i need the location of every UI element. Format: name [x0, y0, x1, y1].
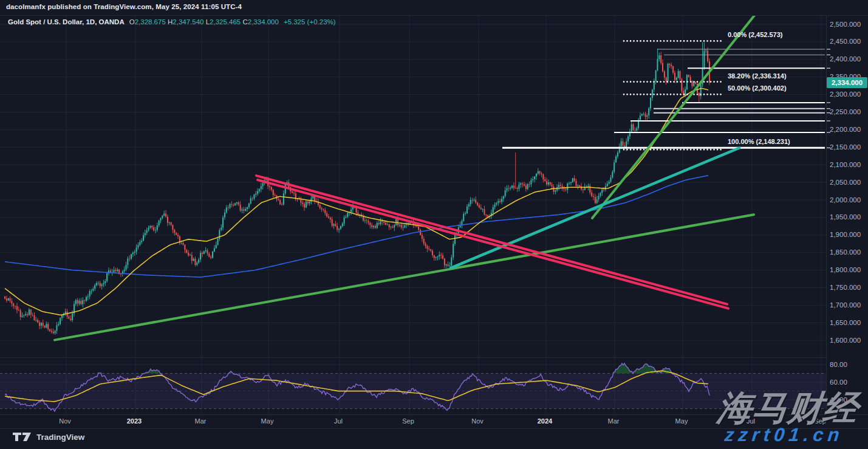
chart-canvas[interactable] [0, 0, 868, 449]
fib-level-label: 38.20% (2,336.314) [728, 72, 787, 80]
ohlc-values: O2,328.675 H2,347.540 L2,325.465 C2,334.… [129, 18, 279, 26]
trend-lines[interactable] [55, 12, 757, 340]
pane-divider[interactable] [0, 357, 826, 358]
tradingview-attribution[interactable]: TradingView [13, 432, 84, 442]
teal-support [451, 148, 739, 268]
pink-channel-lower [258, 180, 728, 309]
pink-channel-upper [256, 176, 727, 304]
steep-support [592, 12, 757, 218]
change-value: +5.325 (+0.23%) [284, 18, 336, 26]
publish-banner: dacolmanfx published on TradingView.com,… [6, 3, 242, 10]
tradingview-published-chart: dacolmanfx published on TradingView.com,… [0, 0, 868, 449]
tradingview-label: TradingView [36, 433, 84, 442]
banner-divider [0, 15, 868, 16]
horizontal-rays[interactable] [502, 49, 830, 148]
fib-level-label: 0.00% (2,452.573) [728, 31, 783, 38]
fib-level-label: 100.00% (2,148.231) [728, 138, 790, 145]
tradingview-logo-icon [13, 432, 32, 442]
last-price-badge: 2,334.000 [827, 77, 867, 88]
price-axis-divider [826, 15, 827, 414]
moving-averages [5, 89, 708, 315]
symbol-title: Gold Spot / U.S. Dollar, 1D, OANDA [8, 18, 125, 26]
symbol-legend[interactable]: Gold Spot / U.S. Dollar, 1D, OANDA O2,32… [8, 18, 336, 26]
watermark-url: zzrt01.cn [723, 424, 844, 446]
long-term-support [55, 214, 754, 340]
fib-level-label: 50.00% (2,300.402) [728, 84, 787, 92]
